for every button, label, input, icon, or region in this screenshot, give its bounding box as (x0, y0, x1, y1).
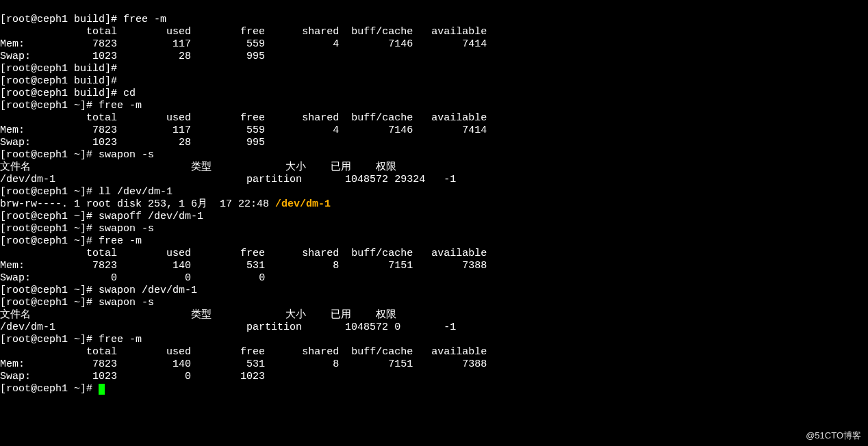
swapon-row: /dev/dm-1 partition 1048572 0 -1 (0, 322, 456, 333)
prompt: [root@ceph1 ~]# (0, 297, 99, 309)
prompt: [root@ceph1 ~]# (0, 285, 99, 296)
free-header: total used free shared buff/cache availa… (0, 248, 487, 259)
cursor[interactable] (99, 384, 105, 395)
cmd: free -m (99, 100, 142, 112)
cmd: ll /dev/dm-1 (99, 186, 173, 198)
prompt: [root@ceph1 ~]# (0, 235, 99, 247)
prompt: [root@ceph1 build]# (0, 63, 123, 75)
device-path: /dev/dm-1 (275, 198, 331, 210)
cmd: swapon -s (99, 297, 154, 309)
swapon-row: /dev/dm-1 partition 1048572 29324 -1 (0, 174, 456, 185)
cmd: swapon /dev/dm-1 (99, 285, 197, 296)
prompt: [root@ceph1 build]# (0, 75, 123, 87)
swapon-header: 文件名 类型 大小 已用 权限 (0, 309, 396, 321)
free-swap-row: Swap: 1023 28 995 (0, 51, 265, 62)
free-header: total used free shared buff/cache availa… (0, 112, 487, 124)
cmd: free -m (99, 235, 142, 247)
cmd: swapoff /dev/dm-1 (99, 211, 203, 222)
prompt: [root@ceph1 ~]# (0, 211, 99, 222)
free-mem-row: Mem: 7823 140 531 8 7151 7388 (0, 260, 487, 272)
prompt: [root@ceph1 ~]# (0, 186, 99, 198)
prompt: [root@ceph1 build]# (0, 88, 123, 99)
prompt: [root@ceph1 ~]# (0, 223, 99, 235)
prompt[interactable]: [root@ceph1 ~]# (0, 383, 99, 395)
cmd: free -m (123, 14, 166, 25)
prompt: [root@ceph1 build]# (0, 14, 123, 25)
free-swap-row: Swap: 1023 0 1023 (0, 371, 265, 382)
cmd: free -m (99, 334, 142, 345)
free-swap-row: Swap: 1023 28 995 (0, 137, 265, 148)
prompt: [root@ceph1 ~]# (0, 100, 99, 112)
free-header: total used free shared buff/cache availa… (0, 346, 487, 358)
free-swap-row: Swap: 0 0 0 (0, 272, 265, 284)
ll-output: brw-rw----. 1 root disk 253, 1 6月 17 22:… (0, 198, 331, 210)
watermark: @51CTO博客 (806, 430, 861, 442)
free-header: total used free shared buff/cache availa… (0, 26, 487, 38)
free-mem-row: Mem: 7823 117 559 4 7146 7414 (0, 38, 487, 50)
terminal-output: [root@ceph1 build]# free -m total used f… (0, 0, 868, 395)
free-mem-row: Mem: 7823 117 559 4 7146 7414 (0, 124, 487, 136)
prompt: [root@ceph1 ~]# (0, 334, 99, 345)
prompt: [root@ceph1 ~]# (0, 149, 99, 161)
free-mem-row: Mem: 7823 140 531 8 7151 7388 (0, 358, 487, 370)
cmd: swapon -s (99, 149, 154, 161)
cmd: swapon -s (99, 223, 154, 235)
cmd: cd (123, 88, 136, 99)
swapon-header: 文件名 类型 大小 已用 权限 (0, 161, 396, 173)
